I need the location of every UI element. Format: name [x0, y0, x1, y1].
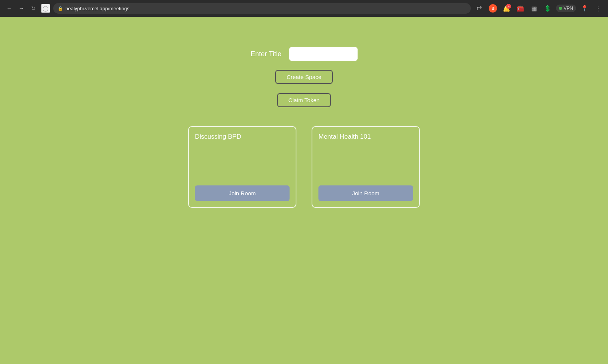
title-row: Enter Title: [250, 47, 357, 61]
vpn-button[interactable]: VPN: [556, 5, 576, 12]
url-text: healyphi.vercel.app/meetings: [65, 6, 129, 11]
join-room-button-1[interactable]: Join Room: [195, 185, 290, 201]
layout-button[interactable]: ▦: [529, 3, 539, 14]
reload-button[interactable]: ↻: [29, 4, 38, 13]
bookmark-button[interactable]: ◯: [41, 4, 50, 13]
form-area: Enter Title Create Space Claim Token: [250, 47, 357, 107]
room-card-2: Mental Health 101 Join Room: [312, 126, 420, 208]
title-label: Enter Title: [250, 50, 281, 58]
vpn-status-dot: [559, 7, 562, 10]
share-button[interactable]: [474, 3, 484, 14]
lock-icon: 🔒: [58, 6, 63, 11]
claim-token-button[interactable]: Claim Token: [277, 93, 331, 107]
extension-button[interactable]: 🧰: [515, 3, 526, 14]
location-button[interactable]: 📍: [579, 3, 590, 14]
room-card-1: Discussing BPD Join Room: [188, 126, 296, 208]
menu-button[interactable]: ⋮: [593, 3, 603, 14]
notifications-button[interactable]: 🔔 4: [501, 3, 512, 14]
browser-chrome: ← → ↻ ◯ 🔒 healyphi.vercel.app/meetings B…: [0, 0, 608, 17]
vpn-label: VPN: [564, 6, 573, 11]
notification-badge: 4: [506, 4, 511, 9]
cards-area: Discussing BPD Join Room Mental Health 1…: [188, 126, 420, 208]
title-input[interactable]: [289, 47, 358, 61]
join-room-button-2[interactable]: Join Room: [318, 185, 413, 201]
room-title-1: Discussing BPD: [195, 133, 290, 141]
brave-icon[interactable]: B: [488, 3, 498, 14]
create-space-button[interactable]: Create Space: [275, 70, 333, 84]
address-bar[interactable]: 🔒 healyphi.vercel.app/meetings: [53, 3, 471, 14]
main-content: Enter Title Create Space Claim Token Dis…: [0, 17, 608, 364]
forward-button[interactable]: →: [17, 4, 26, 13]
back-button[interactable]: ←: [5, 4, 14, 13]
wallet-button[interactable]: 💲: [542, 3, 553, 14]
room-title-2: Mental Health 101: [318, 133, 413, 141]
